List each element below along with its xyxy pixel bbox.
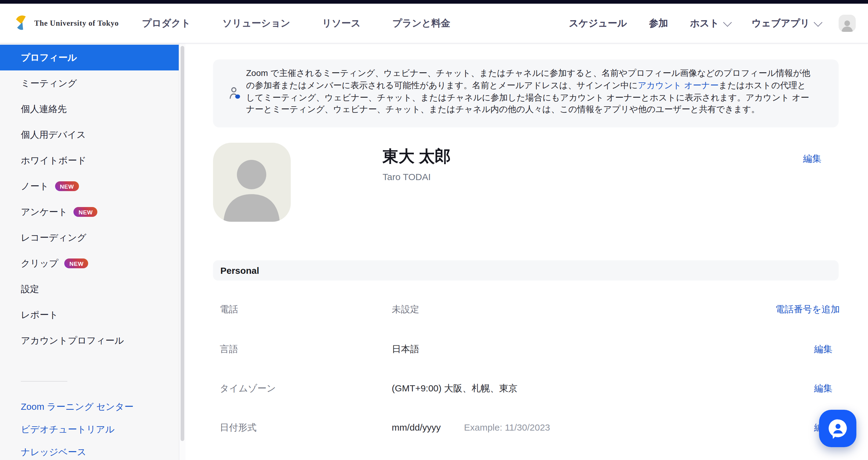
table-row-timezone: タイムゾーン (GMT+9:00) 大阪、札幌、東京 編集 xyxy=(213,383,839,396)
table-row-language: 言語 日本語 編集 xyxy=(213,344,839,357)
sidebar-item-label: 設定 xyxy=(21,283,39,295)
nav-solutions[interactable]: ソリューション xyxy=(222,17,290,30)
date-format-example: Example: 11/30/2023 xyxy=(464,422,550,432)
site-header: The University of Tokyo プロダクト ソリューション リソ… xyxy=(0,4,868,44)
profile-picture[interactable] xyxy=(213,143,291,222)
sidebar-item-personal-devices[interactable]: 個人用デバイス xyxy=(0,122,179,148)
personal-section-title: Personal xyxy=(220,265,259,276)
new-badge: NEW xyxy=(55,181,79,191)
nav-join[interactable]: 参加 xyxy=(649,17,668,30)
person-silhouette-icon xyxy=(213,143,291,222)
sidebar-item-label: レポート xyxy=(21,309,58,321)
nav-host[interactable]: ホスト xyxy=(690,17,730,30)
privacy-info-panel: Zoom で主催されるミーティング、ウェビナー、チャット、またはチャネルに参加す… xyxy=(213,59,839,127)
sidebar-item-surveys[interactable]: アンケート NEW xyxy=(0,199,179,225)
sidebar-item-label: ノート xyxy=(21,180,49,192)
sidebar-item-label: ホワイトボード xyxy=(21,155,86,166)
sidebar-item-label: アカウントプロフィール xyxy=(21,335,124,346)
personal-section-header: Personal xyxy=(213,260,839,281)
zoom-profile-page: The University of Tokyo プロダクト ソリューション リソ… xyxy=(0,0,868,460)
nav-web-app[interactable]: ウェブアプリ xyxy=(752,17,820,30)
sidebar-item-meetings[interactable]: ミーティング xyxy=(0,70,179,96)
profile-edit-button[interactable]: 編集 xyxy=(803,153,822,165)
row-value: mm/dd/yyyy xyxy=(392,422,441,432)
profile-display-name: 東大 太郎 xyxy=(382,146,451,167)
person-privacy-icon xyxy=(229,86,241,100)
row-value: 未設定 xyxy=(392,304,419,315)
user-avatar[interactable] xyxy=(839,15,856,32)
chevron-down-icon xyxy=(814,18,823,27)
sidebar-item-reports[interactable]: レポート xyxy=(0,302,179,328)
row-label: 電話 xyxy=(220,304,238,315)
link-zoom-learning-center[interactable]: Zoom ラーニング センター xyxy=(21,401,133,415)
privacy-info-text: Zoom で主催されるミーティング、ウェビナー、チャット、またはチャネルに参加す… xyxy=(246,67,814,116)
profile-romanized-name: Taro TODAI xyxy=(382,172,431,182)
new-badge: NEW xyxy=(74,207,98,217)
sidebar-item-personal-contacts[interactable]: 個人連絡先 xyxy=(0,96,179,122)
row-label: 言語 xyxy=(220,344,238,355)
sidebar-item-settings[interactable]: 設定 xyxy=(0,276,179,302)
nav-resources[interactable]: リソース xyxy=(322,17,361,30)
link-video-tutorials[interactable]: ビデオチュートリアル xyxy=(21,424,115,437)
account-owner-link[interactable]: アカウント オーナー xyxy=(638,80,719,90)
sidebar-item-label: レコーディング xyxy=(21,232,86,243)
sidebar-item-label: アンケート xyxy=(21,206,68,218)
top-dark-strip xyxy=(0,0,868,4)
support-chat-icon xyxy=(827,418,849,439)
sidebar-item-recordings[interactable]: レコーディング xyxy=(0,225,179,251)
university-of-tokyo-logo[interactable]: The University of Tokyo xyxy=(14,15,119,31)
sidebar-item-account-profile[interactable]: アカウントプロフィール xyxy=(0,328,179,353)
nav-host-label: ホスト xyxy=(690,17,719,30)
new-badge: NEW xyxy=(65,258,89,268)
row-label: 日付形式 xyxy=(220,422,256,434)
nav-schedule[interactable]: スケジュール xyxy=(569,17,627,30)
sidebar-item-label: 個人連絡先 xyxy=(21,103,67,115)
row-value: (GMT+9:00) 大阪、札幌、東京 xyxy=(392,383,518,395)
ginkgo-leaf-icon xyxy=(14,15,30,31)
support-chat-button[interactable] xyxy=(819,410,856,447)
sidebar-scrollbar-thumb[interactable] xyxy=(181,46,184,441)
sidebar-item-label: ミーティング xyxy=(21,78,77,89)
sidebar-item-profile[interactable]: プロフィール xyxy=(0,45,179,70)
timezone-edit-button[interactable]: 編集 xyxy=(814,383,833,395)
link-knowledge-base[interactable]: ナレッジベース xyxy=(21,447,86,460)
sidebar-item-label: クリップ xyxy=(21,258,58,269)
sidebar-divider xyxy=(21,381,67,382)
nav-web-app-label: ウェブアプリ xyxy=(752,17,810,30)
table-row-phone: 電話 未設定 電話番号を追加 xyxy=(213,304,839,317)
primary-nav: プロダクト ソリューション リソース プランと料金 xyxy=(142,17,450,30)
sidebar-item-label: プロフィール xyxy=(21,52,77,63)
row-label: タイムゾーン xyxy=(220,383,276,395)
person-silhouette-icon xyxy=(840,18,855,32)
chevron-down-icon xyxy=(723,18,732,27)
sidebar-item-label: 個人用デバイス xyxy=(21,129,86,141)
table-row-date-format: 日付形式 mm/dd/yyyy Example: 11/30/2023 編集 xyxy=(213,422,839,435)
nav-products[interactable]: プロダクト xyxy=(142,17,191,30)
sidebar-item-notes[interactable]: ノート NEW xyxy=(0,173,179,199)
row-value: 日本語 xyxy=(392,344,419,355)
sidebar-item-clips[interactable]: クリップ NEW xyxy=(0,251,179,276)
nav-plans-pricing[interactable]: プランと料金 xyxy=(392,17,450,30)
language-edit-button[interactable]: 編集 xyxy=(814,344,833,355)
add-phone-number-button[interactable]: 電話番号を追加 xyxy=(775,304,840,315)
logo-text: The University of Tokyo xyxy=(34,19,119,28)
settings-sidebar: プロフィール ミーティング 個人連絡先 個人用デバイス ホワイトボード ノート … xyxy=(0,44,179,460)
account-nav: スケジュール 参加 ホスト ウェブアプリ xyxy=(569,17,820,30)
sidebar-item-whiteboard[interactable]: ホワイトボード xyxy=(0,148,179,173)
